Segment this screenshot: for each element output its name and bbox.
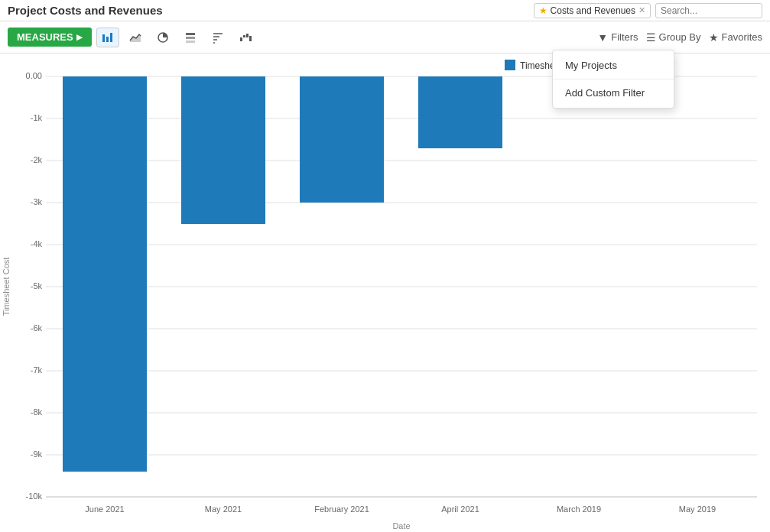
close-icon[interactable]: ✕ (638, 5, 645, 15)
svg-rect-13 (243, 35, 245, 37)
svg-text:-8k: -8k (31, 407, 43, 417)
waterfall-chart-icon (239, 31, 252, 44)
toolbar: MEASURES ▶ (0, 21, 770, 54)
bar-april-2021 (418, 76, 502, 148)
measures-button[interactable]: MEASURES ▶ (8, 28, 92, 47)
app-header: Project Costs and Revenues ★ Costs and R… (0, 0, 770, 21)
svg-text:-3k: -3k (31, 197, 43, 206)
filters-button[interactable]: ▼ Filters (597, 31, 638, 44)
svg-text:-4k: -4k (31, 239, 43, 248)
svg-text:-6k: -6k (31, 323, 43, 332)
svg-text:0.00: 0.00 (26, 71, 42, 80)
svg-rect-15 (249, 36, 252, 41)
group-by-button[interactable]: ☰ Group By (646, 31, 701, 44)
chart-type-stack-button[interactable] (179, 28, 202, 47)
svg-text:June 2021: June 2021 (85, 504, 124, 514)
svg-text:Date: Date (392, 521, 410, 530)
dropdown-add-custom-filter[interactable]: Add Custom Filter (553, 81, 674, 105)
bar-february-2021 (300, 76, 384, 203)
svg-text:April 2021: April 2021 (441, 504, 479, 514)
area-chart-icon (129, 31, 141, 44)
favorites-button[interactable]: ★ Favorites (709, 31, 762, 44)
svg-rect-5 (186, 33, 195, 35)
dropdown-my-projects[interactable]: My Projects (553, 54, 674, 77)
bar-chart-icon (102, 31, 114, 44)
svg-rect-14 (246, 34, 249, 37)
header-right: ★ Costs and Revenues ✕ (534, 3, 762, 18)
bar-may-2021 (181, 76, 265, 224)
legend-color (505, 60, 515, 70)
chart-type-sorted-button[interactable] (206, 28, 229, 47)
measures-label: MEASURES (17, 31, 73, 43)
sorted-bar-icon (212, 31, 224, 44)
bar-chart: .grid-line { stroke: #e0e0e0; stroke-wid… (0, 54, 770, 532)
toolbar-right: ▼ Filters ☰ Group By ★ Favorites (597, 31, 762, 44)
filter-icon: ▼ (597, 31, 608, 44)
svg-text:-7k: -7k (31, 365, 43, 375)
svg-text:-2k: -2k (31, 155, 43, 164)
svg-rect-7 (186, 41, 195, 43)
svg-text:March 2019: March 2019 (557, 504, 601, 514)
caret-icon: ▶ (76, 33, 83, 41)
svg-text:-1k: -1k (31, 113, 43, 122)
svg-text:Timesheet Cost: Timesheet Cost (2, 258, 11, 316)
svg-rect-1 (106, 37, 109, 42)
filters-dropdown: My Projects Add Custom Filter (552, 50, 674, 109)
svg-text:-9k: -9k (31, 449, 43, 459)
search-input[interactable] (655, 3, 762, 18)
favorites-icon: ★ (709, 31, 719, 44)
tab-costs-revenues[interactable]: ★ Costs and Revenues ✕ (534, 3, 651, 18)
pie-chart-icon (157, 31, 169, 44)
svg-rect-0 (102, 34, 105, 42)
group-by-icon: ☰ (646, 31, 656, 44)
stack-chart-icon (184, 31, 197, 44)
star-icon: ★ (539, 5, 547, 16)
chart-type-bar-button[interactable] (96, 28, 119, 47)
svg-text:-10k: -10k (26, 491, 43, 501)
tab-label: Costs and Revenues (551, 5, 635, 16)
svg-rect-12 (240, 37, 242, 41)
svg-text:February 2021: February 2021 (314, 504, 369, 514)
svg-rect-6 (186, 37, 195, 39)
chart-type-pie-button[interactable] (151, 28, 174, 47)
svg-rect-2 (110, 33, 112, 42)
svg-text:May 2019: May 2019 (679, 504, 716, 514)
svg-text:-5k: -5k (31, 281, 43, 290)
chart-container: .grid-line { stroke: #e0e0e0; stroke-wid… (0, 54, 770, 532)
page-title: Project Costs and Revenues (8, 4, 163, 17)
bar-june-2021 (63, 76, 147, 472)
dropdown-divider (553, 79, 674, 79)
svg-text:May 2021: May 2021 (205, 504, 242, 514)
chart-type-waterfall-button[interactable] (234, 28, 257, 47)
chart-type-area-button[interactable] (124, 28, 147, 47)
